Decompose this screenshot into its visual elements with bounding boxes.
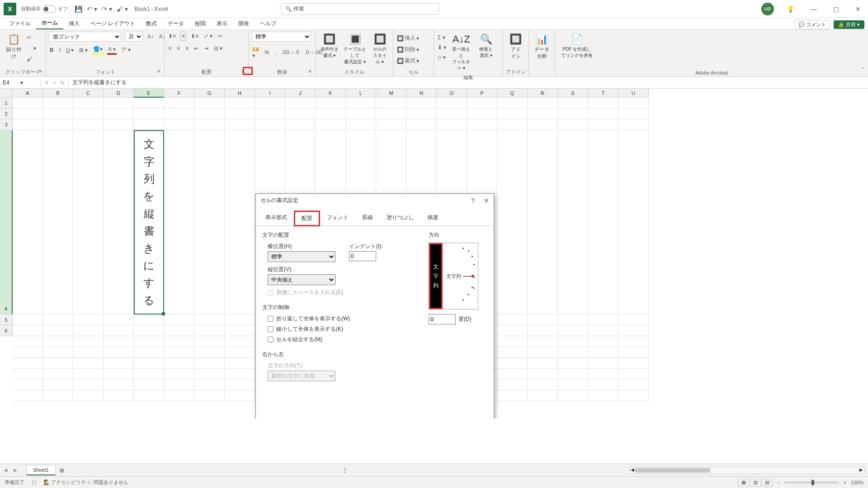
- row-header-2[interactable]: 2: [0, 108, 13, 119]
- cell[interactable]: [164, 130, 194, 314]
- cell[interactable]: [285, 108, 316, 119]
- phonetic-button[interactable]: ア ▾: [120, 45, 132, 55]
- cell[interactable]: [497, 130, 528, 314]
- tab-home[interactable]: ホーム: [36, 17, 63, 29]
- horizontal-scrollbar[interactable]: ◀ ▶: [629, 467, 864, 474]
- dialog-close-icon[interactable]: ✕: [484, 197, 489, 204]
- cell[interactable]: [134, 336, 164, 347]
- cell[interactable]: [528, 347, 558, 358]
- cancel-formula-icon[interactable]: ✕: [44, 80, 49, 86]
- cell[interactable]: [194, 98, 225, 108]
- copy-icon[interactable]: 📄▾: [26, 44, 37, 52]
- clear-button[interactable]: ◇ ▾: [437, 53, 447, 61]
- shrink-checkbox[interactable]: 縮小して全体を表示する(K): [268, 325, 420, 333]
- cell[interactable]: [194, 347, 225, 358]
- cell[interactable]: [588, 390, 618, 401]
- zoom-in-icon[interactable]: +: [843, 480, 846, 485]
- number-format-select[interactable]: 標準: [251, 32, 311, 42]
- maximize-icon[interactable]: ▢: [830, 4, 843, 14]
- cell[interactable]: [104, 390, 134, 401]
- lightbulb-icon[interactable]: 💡: [783, 4, 798, 14]
- cell[interactable]: [558, 325, 588, 336]
- merge-checkbox[interactable]: セルを結合する(M): [268, 336, 420, 343]
- col-header-B[interactable]: B: [43, 89, 73, 98]
- align-bottom-icon[interactable]: ⬇≡: [190, 32, 199, 41]
- col-header-M[interactable]: M: [376, 89, 406, 98]
- italic-button[interactable]: I: [58, 45, 61, 55]
- cell[interactable]: [376, 119, 406, 130]
- help-icon[interactable]: ?: [471, 197, 475, 204]
- cell[interactable]: [73, 369, 104, 380]
- cell[interactable]: [255, 98, 285, 108]
- cell[interactable]: [558, 347, 588, 358]
- col-header-U[interactable]: U: [618, 89, 649, 98]
- addins-button[interactable]: 🔲アド イン: [505, 32, 526, 61]
- cell[interactable]: [225, 98, 255, 108]
- cell[interactable]: [164, 119, 194, 130]
- cell[interactable]: [104, 108, 134, 119]
- bold-button[interactable]: B: [49, 45, 55, 55]
- cell[interactable]: [104, 98, 134, 108]
- tab-data[interactable]: データ: [162, 18, 189, 29]
- cell[interactable]: [618, 325, 649, 336]
- cell[interactable]: [73, 380, 104, 390]
- row-header-5[interactable]: 5: [0, 314, 13, 325]
- cell[interactable]: [43, 380, 73, 390]
- scroll-left-icon[interactable]: ◀: [631, 467, 634, 472]
- cell[interactable]: [316, 108, 346, 119]
- cell[interactable]: [497, 380, 528, 390]
- fill-handle[interactable]: [162, 312, 165, 315]
- macro-record-icon[interactable]: ▢: [32, 479, 36, 485]
- cell[interactable]: [588, 314, 618, 325]
- cell[interactable]: [528, 325, 558, 336]
- close-icon[interactable]: ✕: [852, 4, 864, 14]
- cell[interactable]: [13, 336, 43, 347]
- cell[interactable]: [225, 347, 255, 358]
- font-size-select[interactable]: 20: [125, 32, 143, 42]
- cell[interactable]: [104, 380, 134, 390]
- cell[interactable]: [558, 358, 588, 369]
- cell[interactable]: [588, 119, 618, 130]
- cell[interactable]: [13, 108, 43, 119]
- cell[interactable]: [285, 119, 316, 130]
- cell[interactable]: [528, 130, 558, 314]
- sort-filter-button[interactable]: A↓Z並べ替えと フィルター ▾: [448, 32, 474, 73]
- cell[interactable]: [225, 336, 255, 347]
- cell[interactable]: [13, 119, 43, 130]
- cell[interactable]: [588, 380, 618, 390]
- align-left-icon[interactable]: ≡: [167, 44, 172, 52]
- font-color-button[interactable]: A ▾: [107, 45, 117, 55]
- tab-view[interactable]: 表示: [211, 18, 233, 29]
- cell[interactable]: [104, 325, 134, 336]
- sheet-tab[interactable]: Sheet1: [26, 465, 56, 475]
- align-right-icon[interactable]: ≡: [184, 44, 189, 52]
- cell[interactable]: [618, 336, 649, 347]
- cell[interactable]: [558, 380, 588, 390]
- user-avatar[interactable]: HP: [761, 3, 774, 15]
- data-analysis-button[interactable]: 📊データ 分析: [532, 32, 552, 61]
- cell[interactable]: [43, 98, 73, 108]
- zoom-out-icon[interactable]: −: [777, 480, 780, 485]
- cut-icon[interactable]: ✂: [26, 33, 37, 42]
- cell[interactable]: [134, 119, 164, 130]
- cell[interactable]: [437, 119, 467, 130]
- border-button[interactable]: ⊞ ▾: [78, 45, 89, 55]
- increase-decimal-icon[interactable]: .00→.0: [281, 45, 300, 60]
- share-button[interactable]: 🔒 共有 ▾: [834, 20, 864, 29]
- dialog-tab-font[interactable]: フォント: [320, 211, 355, 225]
- tab-formulas[interactable]: 数式: [141, 18, 162, 29]
- pdf-button[interactable]: 📄PDF を作成し てリンクを共有: [558, 32, 596, 61]
- brush-icon[interactable]: 🖌 ▾: [117, 5, 128, 13]
- cell[interactable]: [255, 119, 285, 130]
- cell[interactable]: [13, 369, 43, 380]
- sheet-menu-icon[interactable]: ⋮: [342, 467, 348, 474]
- zoom-level[interactable]: 100%: [851, 480, 863, 485]
- cell[interactable]: [376, 98, 406, 108]
- cell[interactable]: [13, 347, 43, 358]
- minimize-icon[interactable]: —: [807, 4, 821, 14]
- cell[interactable]: [134, 358, 164, 369]
- col-header-H[interactable]: H: [225, 89, 255, 98]
- horizontal-select[interactable]: 標準: [268, 251, 335, 262]
- cell[interactable]: [164, 336, 194, 347]
- cell[interactable]: [588, 108, 618, 119]
